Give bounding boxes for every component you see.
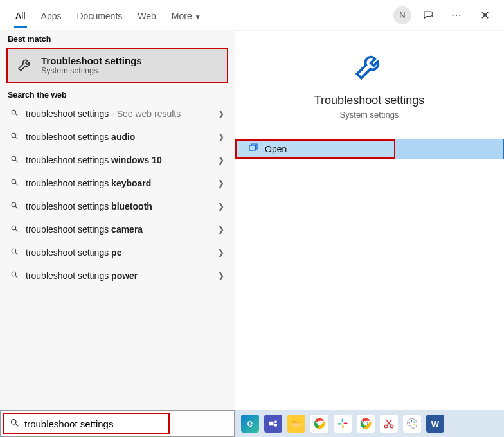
web-result-text: troubleshoot settings power — [26, 271, 210, 281]
open-label: Open — [265, 144, 287, 154]
taskbar-slack-icon[interactable] — [334, 415, 352, 433]
tab-documents[interactable]: Documents — [69, 3, 130, 28]
taskbar-chrome-canary-icon[interactable] — [357, 415, 375, 433]
web-result[interactable]: troubleshoot settings pc❯ — [0, 241, 235, 264]
best-match-result[interactable]: Troubleshoot settings System settings — [6, 48, 228, 83]
chevron-right-icon: ❯ — [217, 202, 226, 211]
svg-rect-27 — [338, 423, 342, 424]
svg-point-14 — [12, 272, 16, 276]
svg-point-20 — [274, 420, 277, 423]
chevron-right-icon: ❯ — [217, 225, 226, 234]
search-icon — [9, 224, 19, 235]
svg-point-25 — [318, 422, 321, 425]
web-result-text: troubleshoot settings windows 10 — [26, 155, 210, 165]
web-result-text: troubleshoot settings camera — [26, 224, 210, 235]
svg-line-9 — [15, 206, 17, 208]
web-result[interactable]: troubleshoot settings keyboard❯ — [0, 172, 235, 195]
svg-line-35 — [387, 420, 392, 425]
taskbar-file-explorer-icon[interactable] — [287, 415, 305, 433]
web-result-text: troubleshoot settings keyboard — [26, 178, 210, 188]
search-icon — [9, 109, 19, 119]
svg-point-8 — [12, 202, 16, 207]
tab-apps[interactable]: Apps — [33, 3, 69, 28]
web-result-text: troubleshoot settings bluetooth — [26, 201, 210, 211]
tab-more[interactable]: More▼ — [164, 3, 209, 28]
web-result[interactable]: troubleshoot settings power❯ — [0, 264, 235, 287]
svg-rect-19 — [269, 422, 274, 426]
header-actions: N ⋯ ✕ — [393, 4, 496, 27]
taskbar-snip-icon[interactable] — [380, 415, 398, 433]
taskbar-edge-icon[interactable]: e — [241, 415, 259, 433]
taskbar-word-icon[interactable]: W — [426, 415, 444, 433]
svg-point-0 — [12, 110, 16, 114]
svg-line-3 — [15, 137, 17, 139]
close-icon[interactable]: ✕ — [473, 4, 496, 27]
search-box-container — [0, 410, 235, 437]
svg-line-36 — [386, 420, 392, 425]
svg-point-4 — [12, 156, 16, 161]
chevron-right-icon: ❯ — [217, 156, 226, 165]
chevron-down-icon: ▼ — [195, 13, 201, 21]
svg-line-7 — [15, 183, 17, 185]
svg-line-15 — [15, 276, 17, 278]
chevron-right-icon: ❯ — [217, 109, 226, 118]
open-button[interactable]: Open — [235, 139, 395, 159]
svg-line-1 — [15, 114, 17, 116]
web-result-text: troubleshoot settings - See web results — [26, 109, 210, 119]
bottom-row: e W — [0, 410, 504, 437]
svg-rect-29 — [344, 423, 348, 424]
best-match-header: Best match — [0, 31, 235, 46]
svg-point-2 — [12, 133, 16, 138]
web-result[interactable]: troubleshoot settings - See web results❯ — [0, 102, 235, 125]
search-input[interactable] — [24, 418, 163, 429]
tab-web[interactable]: Web — [130, 3, 164, 28]
svg-rect-21 — [274, 424, 277, 427]
taskbar: e W — [235, 410, 504, 437]
svg-point-40 — [414, 424, 415, 425]
wrench-icon — [353, 49, 386, 85]
profile-avatar[interactable]: N — [393, 6, 411, 24]
search-icon — [9, 201, 19, 211]
search-icon — [9, 178, 19, 188]
web-result-text: troubleshoot settings audio — [26, 132, 210, 142]
chevron-right-icon: ❯ — [217, 248, 226, 257]
svg-point-37 — [409, 422, 410, 423]
web-result[interactable]: troubleshoot settings bluetooth❯ — [0, 195, 235, 218]
taskbar-teams-icon[interactable] — [264, 415, 282, 433]
svg-point-39 — [413, 421, 415, 422]
chevron-right-icon: ❯ — [217, 132, 226, 141]
more-options-icon[interactable]: ⋯ — [445, 4, 468, 27]
web-result[interactable]: troubleshoot settings audio❯ — [0, 125, 235, 148]
svg-line-18 — [15, 424, 18, 426]
taskbar-chrome-icon[interactable] — [310, 415, 328, 433]
tab-all[interactable]: All — [8, 3, 33, 28]
taskbar-paint-icon[interactable] — [403, 415, 421, 433]
svg-point-32 — [364, 422, 368, 425]
svg-rect-26 — [342, 419, 343, 423]
svg-rect-16 — [249, 145, 255, 150]
detail-subtitle: System settings — [340, 110, 399, 120]
search-icon — [9, 155, 19, 165]
best-match-subtitle: System settings — [41, 66, 142, 75]
feedback-icon[interactable] — [417, 4, 440, 27]
detail-pane: Troubleshoot settings System settings Op… — [235, 31, 504, 437]
svg-line-11 — [15, 229, 17, 231]
detail-actions: Open — [235, 139, 504, 159]
web-results-header: Search the web — [0, 87, 235, 102]
svg-rect-28 — [342, 425, 343, 429]
web-result[interactable]: troubleshoot settings camera❯ — [0, 218, 235, 241]
detail-title: Troubleshoot settings — [314, 94, 424, 107]
results-pane: Best match Troubleshoot settings System … — [0, 31, 235, 437]
svg-point-12 — [12, 249, 16, 253]
search-box[interactable] — [3, 413, 170, 434]
search-icon — [9, 418, 19, 429]
svg-point-6 — [12, 179, 16, 184]
search-icon — [9, 247, 19, 258]
svg-point-38 — [411, 420, 412, 422]
chevron-right-icon: ❯ — [217, 179, 226, 188]
web-result[interactable]: troubleshoot settings windows 10❯ — [0, 148, 235, 172]
search-tabs: All Apps Documents Web More▼ N ⋯ ✕ — [0, 0, 504, 31]
best-match-title: Troubleshoot settings — [41, 55, 142, 66]
svg-point-17 — [11, 420, 16, 425]
svg-line-13 — [15, 253, 17, 254]
